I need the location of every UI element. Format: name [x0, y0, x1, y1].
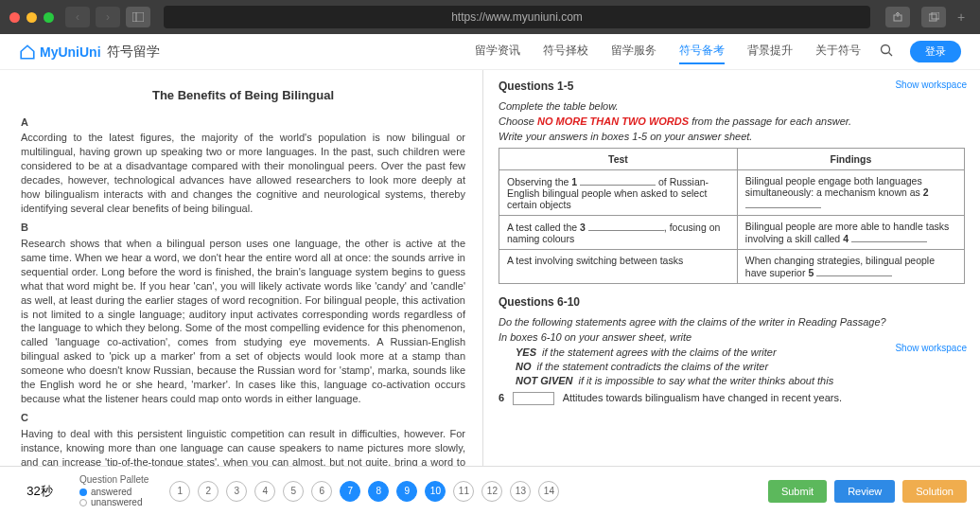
question-nav-12[interactable]: 12 [481, 481, 502, 502]
question-nav-7[interactable]: 7 [340, 481, 360, 502]
solution-button[interactable]: Solution [902, 480, 967, 503]
nav-item-3[interactable]: 符号备考 [679, 39, 725, 64]
svg-rect-0 [132, 12, 144, 22]
question-palette-legend: Question Pallete answered unanswered [79, 474, 149, 507]
url-bar[interactable]: https://www.myuniuni.com [164, 6, 870, 28]
answer-table: TestFindings Observing the 1 of Russian-… [499, 148, 965, 284]
svg-rect-3 [929, 14, 936, 21]
nav-item-5[interactable]: 关于符号 [815, 39, 861, 64]
th-test: Test [499, 149, 738, 170]
instruction-5: In boxes 6-10 on your answer sheet, writ… [499, 331, 965, 343]
maximize-window-icon[interactable] [44, 12, 54, 23]
show-workspace-link-2[interactable]: Show workspace [895, 343, 967, 353]
option-row: NOT GIVENif it is impossible to say what… [516, 375, 965, 386]
site-header: MyUniUni 符号留学 留学资讯 符号择校 留学服务 符号备考 背景提升 关… [0, 34, 980, 70]
minimize-window-icon[interactable] [26, 12, 37, 23]
option-row: NOif the statement contradicts the claim… [516, 361, 965, 372]
show-workspace-link-1[interactable]: Show workspace [895, 80, 967, 90]
question-nav-6[interactable]: 6 [311, 481, 332, 502]
blank-input-2[interactable] [745, 198, 821, 208]
table-cell-test: A test called the 3 , focusing on naming… [499, 216, 738, 250]
login-button[interactable]: 登录 [910, 41, 961, 62]
blank-input-3[interactable] [588, 221, 664, 231]
question-nav-5[interactable]: 5 [283, 481, 304, 502]
question-nav-2[interactable]: 2 [198, 481, 219, 502]
passage-panel[interactable]: The Benefits of Being Bilingual AAccordi… [0, 70, 482, 466]
browser-chrome: ‹ › https://www.myuniuni.com + [0, 0, 980, 34]
nav-item-4[interactable]: 背景提升 [747, 39, 793, 64]
question-nav-4[interactable]: 4 [254, 481, 275, 502]
search-icon[interactable] [880, 44, 893, 61]
blank-input-5[interactable] [816, 266, 892, 276]
table-row: A test involving switching between tasks… [499, 250, 965, 284]
instruction-1: Complete the table below. [499, 100, 965, 112]
nav-item-1[interactable]: 符号择校 [543, 39, 588, 64]
question-nav-11[interactable]: 11 [453, 481, 474, 502]
svg-line-6 [889, 52, 893, 56]
question-nav-3[interactable]: 3 [226, 481, 247, 502]
section-text-C: Having to deal with this persistent ling… [21, 427, 465, 466]
question-number-palette: 1234567891011121314 [169, 481, 559, 502]
footer-bar: 32秒 Question Pallete answered unanswered… [0, 466, 980, 515]
blank-input-1[interactable] [580, 175, 656, 186]
section-label-A: A [21, 115, 465, 130]
question-nav-1[interactable]: 1 [169, 481, 190, 502]
main-nav: 留学资讯 符号择校 留学服务 符号备考 背景提升 关于符号 [475, 39, 861, 64]
instruction-3: Write your answers in boxes 1-5 on your … [499, 131, 965, 142]
table-cell-test: A test involving switching between tasks [499, 250, 738, 284]
review-button[interactable]: Review [834, 480, 895, 503]
nav-item-0[interactable]: 留学资讯 [475, 39, 520, 64]
svg-rect-4 [932, 12, 939, 19]
palette-label: Question Pallete [79, 474, 149, 485]
logo-cn: 符号留学 [107, 44, 160, 61]
th-findings: Findings [737, 149, 964, 170]
q6-answer-box[interactable] [513, 392, 554, 405]
sidebar-toggle-icon[interactable] [126, 7, 150, 27]
table-cell-test: Observing the 1 of Russian- English bili… [499, 170, 738, 216]
section-label-C: C [21, 411, 465, 425]
table-cell-findings: When changing strategies, bilingual peop… [737, 250, 964, 284]
table-cell-findings: Bilingual people engage both languages s… [737, 170, 964, 216]
section-text-B: Research shows that when a bilingual per… [21, 237, 465, 405]
dot-unanswered-icon [79, 499, 87, 506]
logo-text: MyUniUni [40, 44, 101, 60]
question-nav-10[interactable]: 10 [425, 481, 446, 502]
question-nav-14[interactable]: 14 [538, 481, 559, 502]
passage-title: The Benefits of Being Bilingual [21, 87, 465, 104]
back-button[interactable]: ‹ [65, 7, 90, 27]
tabs-icon[interactable] [921, 7, 946, 27]
dot-answered-icon [79, 488, 87, 496]
table-row: Observing the 1 of Russian- English bili… [499, 170, 965, 216]
main-content: The Benefits of Being Bilingual AAccordi… [0, 70, 980, 466]
close-window-icon[interactable] [9, 12, 20, 23]
logo-icon [19, 44, 36, 61]
question-nav-8[interactable]: 8 [368, 481, 389, 502]
question-nav-13[interactable]: 13 [510, 481, 531, 502]
svg-point-5 [882, 44, 890, 53]
blank-input-4[interactable] [851, 232, 927, 242]
logo[interactable]: MyUniUni 符号留学 [19, 44, 160, 61]
questions-panel[interactable]: Show workspace Questions 1-5 Complete th… [482, 70, 980, 466]
question-6-row: 6 Attitudes towards bilingualism have ch… [499, 392, 965, 405]
question-set-2-heading: Questions 6-10 [499, 295, 965, 309]
nav-item-2[interactable]: 留学服务 [611, 39, 656, 64]
timer: 32秒 [13, 483, 66, 500]
table-row: A test called the 3 , focusing on naming… [499, 216, 965, 250]
url-text: https://www.myuniuni.com [451, 10, 583, 24]
new-tab-icon[interactable]: + [952, 9, 971, 25]
instruction-4: Do the following statements agree with t… [499, 316, 965, 328]
table-cell-findings: Bilingual people are more able to handle… [737, 216, 964, 250]
forward-button[interactable]: › [96, 7, 120, 27]
submit-button[interactable]: Submit [768, 480, 827, 503]
instruction-2: Choose NO MORE THAN TWO WORDS from the p… [499, 115, 965, 127]
section-text-A: According to the latest figures, the maj… [21, 131, 465, 215]
section-label-B: B [21, 221, 465, 235]
traffic-lights [9, 12, 54, 23]
question-nav-9[interactable]: 9 [396, 481, 417, 502]
share-icon[interactable] [885, 7, 910, 27]
